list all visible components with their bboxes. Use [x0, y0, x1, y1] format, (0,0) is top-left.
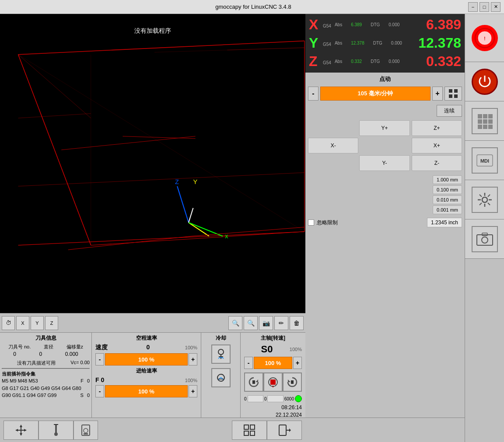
spindle-progress: 0 0 6000 — [244, 395, 302, 402]
s-label: S — [80, 392, 84, 399]
ignore-limit-checkbox[interactable] — [308, 219, 314, 226]
camera-view-button[interactable] — [472, 226, 498, 252]
program-button[interactable] — [74, 421, 98, 440]
svg-rect-29 — [252, 380, 255, 384]
eraser-button[interactable]: 🗑 — [290, 316, 304, 330]
jog-speed-row: - 105 毫米/分钟 + — [308, 87, 462, 101]
feed-title: 空程速率 — [95, 334, 197, 342]
svg-marker-38 — [15, 429, 18, 432]
view-persp-button[interactable]: ⏱ — [2, 316, 15, 330]
z-minus-button[interactable]: Z- — [412, 155, 462, 171]
move-button[interactable] — [4, 421, 38, 440]
increment-0001mm[interactable]: 0.001 mm — [433, 205, 462, 214]
spindle-stop-button[interactable] — [263, 372, 283, 392]
zoom-out-button[interactable]: 🔍 — [244, 316, 258, 330]
minimize-button[interactable]: − — [468, 2, 478, 12]
svg-line-15 — [189, 208, 193, 223]
y-abs-label: Abs — [335, 41, 342, 45]
x-letter: X — [309, 17, 321, 31]
maximize-button[interactable]: □ — [480, 2, 489, 12]
ignore-limit-row: 忽略限制 1.2345 inch — [308, 218, 462, 227]
svg-rect-55 — [449, 94, 452, 98]
svg-line-6 — [18, 55, 304, 232]
exit-button[interactable] — [267, 421, 302, 440]
svg-rect-47 — [250, 425, 255, 429]
feed-plus-button[interactable]: + — [189, 385, 197, 397]
jog-speed-minus-button[interactable]: - — [308, 87, 318, 101]
settings-button[interactable] — [472, 187, 498, 213]
jog-title: 点动 — [308, 75, 462, 83]
x-minus-button[interactable]: X- — [308, 138, 358, 153]
y-plus-button[interactable]: Y+ — [359, 120, 410, 136]
jog-speed-plus-button[interactable]: + — [432, 87, 443, 101]
feed-pct: 100% — [185, 378, 197, 383]
svg-line-20 — [18, 114, 91, 118]
view-x-button[interactable]: X — [16, 316, 29, 330]
speed-pct: 100% — [185, 345, 197, 350]
camera-button[interactable]: 📷 — [259, 316, 273, 330]
z-abs-label: Abs — [335, 59, 342, 64]
window-controls[interactable]: − □ ✕ — [468, 2, 500, 12]
bottom-bar — [0, 418, 305, 442]
svg-rect-40 — [55, 425, 57, 433]
power-section — [465, 62, 504, 101]
z-dtg-label: DTG — [371, 59, 380, 64]
view-z-button[interactable]: Z — [45, 316, 58, 330]
coolant-btn2[interactable] — [211, 368, 231, 387]
increment-1mm[interactable]: 1.000 mm — [433, 175, 462, 184]
jog-panel-button[interactable] — [472, 108, 498, 134]
increment-01mm[interactable]: 0.100 mm — [433, 185, 462, 194]
power-button[interactable] — [472, 69, 498, 95]
feed-minus-button[interactable]: - — [95, 385, 104, 397]
right-bottom-bar — [305, 418, 465, 442]
svg-line-22 — [154, 48, 304, 52]
spindle-cw-button[interactable] — [283, 372, 302, 392]
z-plus-button[interactable]: Z+ — [412, 120, 462, 136]
spindle-minus-button[interactable]: - — [244, 357, 253, 369]
spindle-title: 主轴[转速] — [244, 334, 302, 342]
keyboard-section — [465, 101, 504, 141]
spindle-s0: S0 — [244, 344, 290, 355]
coolant-btn1[interactable] — [211, 345, 231, 364]
progress-max: 6000 — [284, 397, 294, 401]
window-title: gmoccapy for LinuxCNC 3.4.8 — [38, 3, 468, 10]
close-button[interactable]: ✕ — [491, 2, 500, 12]
speed-label: 速度 — [95, 344, 108, 352]
tool-button[interactable] — [38, 421, 74, 440]
speed-plus-button[interactable]: + — [189, 353, 197, 365]
progress-bar2 — [267, 395, 283, 402]
speed-minus-button[interactable]: - — [95, 353, 104, 365]
gcode-title: 当前插补指令集 — [2, 371, 90, 377]
jog-panel: 点动 - 105 毫米/分钟 + 连续 — [305, 73, 465, 418]
settings-section — [465, 180, 504, 219]
jog-icon-button[interactable] — [444, 87, 462, 101]
spindle-ccw-button[interactable] — [244, 372, 263, 392]
y-minus-button[interactable]: Y- — [359, 155, 410, 171]
x-abs-label: Abs — [335, 22, 342, 27]
tool-no-desc: 没有刀具描述可用 Vc= 0.00 — [2, 360, 90, 366]
gcode-line2: G8 G17 G21 G40 G49 G54 G64 G80 — [2, 385, 81, 392]
val-offset-z: 0.000 — [65, 351, 78, 357]
spindle-plus-button[interactable]: + — [293, 357, 302, 369]
fullscreen-button[interactable] — [232, 421, 267, 440]
progress-bar — [248, 395, 263, 402]
zoom-fit-button[interactable]: 🔍 — [228, 316, 242, 330]
x-sub: G54 — [323, 24, 331, 28]
svg-text:Y: Y — [193, 178, 197, 185]
jog-direction-grid: Y+ Z+ X- X+ Y- Z- — [308, 120, 462, 171]
svg-rect-48 — [244, 431, 248, 435]
tool-info-title: 刀具信息 — [2, 334, 90, 342]
emergency-stop-button[interactable]: ! — [472, 25, 498, 51]
x-plus-button[interactable]: X+ — [412, 138, 462, 153]
f-label: F — [80, 377, 84, 385]
svg-point-81 — [482, 237, 488, 243]
increment-001mm[interactable]: 0.010 mm — [433, 195, 462, 204]
mdi-button[interactable]: MDI — [472, 147, 498, 174]
jog-continue-button[interactable]: 连续 — [437, 105, 462, 117]
svg-line-1 — [18, 41, 304, 55]
svg-text:MDI: MDI — [480, 158, 489, 164]
left-panel: 没有加载程序 — [0, 14, 305, 442]
pencil-button[interactable]: ✏ — [274, 316, 288, 330]
svg-marker-32 — [288, 379, 290, 382]
view-y-button[interactable]: Y — [31, 316, 44, 330]
